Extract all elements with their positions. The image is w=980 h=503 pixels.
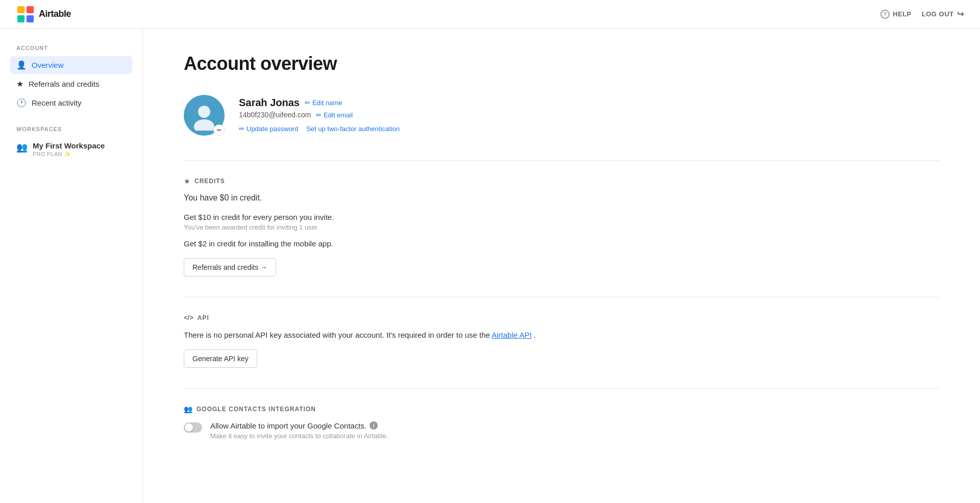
api-description: There is no personal API key associated … bbox=[184, 330, 939, 341]
mobile-offer: Get $2 in credit for installing the mobi… bbox=[184, 239, 939, 248]
sidebar-item-referrals-label: Referrals and credits bbox=[29, 80, 99, 88]
info-icon[interactable]: i bbox=[370, 421, 378, 430]
sidebar-item-recent-label: Recent activity bbox=[32, 98, 82, 107]
workspaces-section: WORKSPACES 👥 My First Workspace PRO PLAN… bbox=[10, 126, 132, 162]
credits-divider bbox=[184, 160, 939, 161]
help-label: HELP bbox=[893, 10, 912, 18]
overview-icon: 👤 bbox=[16, 60, 27, 70]
workspace-icon: 👥 bbox=[16, 142, 28, 153]
recent-activity-icon: 🕐 bbox=[16, 98, 27, 108]
credit-awarded-text: You've been awarded credit for inviting … bbox=[184, 223, 939, 231]
profile-email-row: 14b0f230@uifeed.com ✏ Edit email bbox=[239, 111, 400, 119]
account-section-label: ACCOUNT bbox=[10, 45, 132, 51]
logout-label: LOG OUT bbox=[922, 10, 954, 18]
sidebar-item-overview-label: Overview bbox=[32, 61, 64, 69]
svg-point-5 bbox=[194, 119, 214, 131]
sidebar: ACCOUNT 👤 Overview ★ Referrals and credi… bbox=[0, 29, 143, 503]
svg-rect-2 bbox=[17, 15, 24, 22]
logout-button[interactable]: LOG OUT ↪ bbox=[922, 9, 964, 19]
workspace-info: My First Workspace PRO PLAN ✨ bbox=[33, 141, 105, 158]
app-body: ACCOUNT 👤 Overview ★ Referrals and credi… bbox=[0, 29, 980, 503]
google-contacts-subtitle: Make it easy to invite your contacts to … bbox=[210, 432, 388, 440]
svg-rect-3 bbox=[27, 15, 34, 22]
credits-section-label: CREDITS bbox=[194, 178, 225, 185]
logout-icon: ↪ bbox=[957, 9, 964, 19]
main-content: Account overview ✏ Sarah Jonas ✏ Edit na bbox=[143, 29, 980, 503]
update-password-icon: ✏ bbox=[239, 125, 244, 133]
page-title: Account overview bbox=[184, 53, 939, 74]
google-contacts-title: Allow Airtable to import your Google Con… bbox=[210, 421, 388, 430]
header-actions: ? HELP LOG OUT ↪ bbox=[880, 9, 964, 19]
help-icon: ? bbox=[880, 10, 890, 19]
api-icon: </> bbox=[184, 314, 193, 321]
api-section-label: API bbox=[198, 314, 209, 321]
generate-api-key-button[interactable]: Generate API key bbox=[184, 349, 257, 368]
sidebar-item-overview[interactable]: 👤 Overview bbox=[10, 56, 132, 74]
google-contacts-icon: 👥 bbox=[184, 405, 192, 413]
profile-actions: ✏ Update password Set up two-factor auth… bbox=[239, 125, 400, 133]
referrals-credits-button[interactable]: Referrals and credits → bbox=[184, 258, 276, 276]
api-section: </> API There is no personal API key ass… bbox=[184, 314, 939, 368]
airtable-logo-icon bbox=[16, 5, 35, 23]
edit-email-icon: ✏ bbox=[316, 111, 322, 119]
header: Airtable ? HELP LOG OUT ↪ bbox=[0, 0, 980, 29]
logo[interactable]: Airtable bbox=[16, 5, 71, 23]
google-contacts-section: 👥 GOOGLE CONTACTS INTEGRATION Allow Airt… bbox=[184, 405, 939, 440]
workspace-name: My First Workspace bbox=[33, 141, 105, 150]
update-password-link[interactable]: ✏ Update password bbox=[239, 125, 298, 133]
svg-point-4 bbox=[198, 106, 210, 118]
edit-name-link[interactable]: ✏ Edit name bbox=[305, 99, 342, 107]
svg-rect-0 bbox=[17, 6, 24, 13]
sidebar-item-recent-activity[interactable]: 🕐 Recent activity bbox=[10, 94, 132, 112]
workspaces-section-label: WORKSPACES bbox=[10, 126, 132, 132]
referrals-icon: ★ bbox=[16, 79, 23, 89]
profile-email: 14b0f230@uifeed.com bbox=[239, 111, 311, 119]
sidebar-item-referrals[interactable]: ★ Referrals and credits bbox=[10, 75, 132, 93]
google-contacts-text: Allow Airtable to import your Google Con… bbox=[210, 421, 388, 440]
invite-offer: Get $10 in credit for every person you i… bbox=[184, 213, 939, 221]
logo-text: Airtable bbox=[39, 9, 71, 19]
google-contacts-header: 👥 GOOGLE CONTACTS INTEGRATION bbox=[184, 405, 939, 413]
google-divider bbox=[184, 388, 939, 389]
credits-section-header: ★ CREDITS bbox=[184, 177, 939, 185]
workspace-item[interactable]: 👥 My First Workspace PRO PLAN ✨ bbox=[10, 137, 132, 162]
edit-name-icon: ✏ bbox=[305, 99, 310, 107]
api-section-header: </> API bbox=[184, 314, 939, 321]
google-contacts-label: GOOGLE CONTACTS INTEGRATION bbox=[197, 406, 316, 413]
svg-rect-1 bbox=[27, 6, 34, 13]
credits-amount: You have $0 in credit. bbox=[184, 193, 939, 203]
credits-section: ★ CREDITS You have $0 in credit. Get $10… bbox=[184, 177, 939, 276]
help-button[interactable]: ? HELP bbox=[880, 10, 912, 19]
profile-section: ✏ Sarah Jonas ✏ Edit name 14b0f230@uifee… bbox=[184, 95, 939, 136]
workspace-plan: PRO PLAN ✨ bbox=[33, 151, 105, 158]
edit-email-link[interactable]: ✏ Edit email bbox=[316, 111, 353, 119]
profile-info: Sarah Jonas ✏ Edit name 14b0f230@uifeed.… bbox=[239, 95, 400, 133]
google-contacts-toggle[interactable] bbox=[184, 422, 202, 433]
toggle-knob bbox=[185, 423, 193, 432]
airtable-api-link[interactable]: Airtable API bbox=[492, 331, 531, 339]
profile-name: Sarah Jonas bbox=[239, 97, 300, 109]
google-contacts-row: Allow Airtable to import your Google Con… bbox=[184, 421, 939, 440]
credits-icon: ★ bbox=[184, 177, 190, 185]
api-divider bbox=[184, 297, 939, 297]
two-factor-link[interactable]: Set up two-factor authentication bbox=[306, 125, 400, 133]
avatar-wrapper: ✏ bbox=[184, 95, 225, 136]
profile-name-row: Sarah Jonas ✏ Edit name bbox=[239, 97, 400, 109]
avatar-edit-button[interactable]: ✏ bbox=[213, 124, 225, 136]
